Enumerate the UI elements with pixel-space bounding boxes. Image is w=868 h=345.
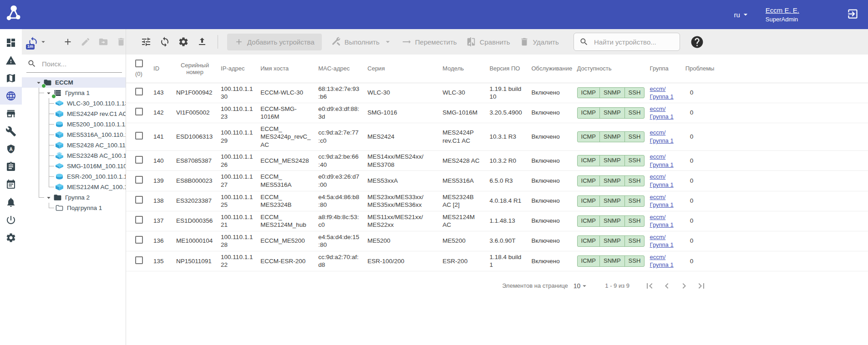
- group-link[interactable]: eccm/Группа 1: [650, 105, 674, 121]
- next-page-button[interactable]: [679, 280, 690, 291]
- cell-mac: a8:f9:4b:8c:53:c0: [315, 211, 364, 231]
- sidebar-item-power[interactable]: [0, 211, 22, 229]
- logout-button[interactable]: [847, 8, 859, 21]
- move-button[interactable]: Переместить: [401, 37, 457, 47]
- sidebar-item-devices[interactable]: [0, 87, 22, 105]
- row-checkbox[interactable]: [135, 256, 143, 264]
- tree-node[interactable]: WLC-30_100.110.1.130: [22, 98, 126, 109]
- row-checkbox[interactable]: [135, 132, 143, 140]
- column-header[interactable]: Модель: [439, 55, 486, 83]
- column-header[interactable]: Проблемы: [682, 55, 709, 83]
- sidebar-item-schedule[interactable]: [0, 175, 22, 193]
- tune-icon: [141, 36, 152, 47]
- group-tree-panel: 1m ECCMГруппа 1WLC-30_100.110.1.130MES24…: [22, 29, 126, 345]
- sidebar-item-alarms[interactable]: [0, 51, 22, 69]
- row-checkbox[interactable]: [135, 108, 143, 115]
- sidebar-item-tasks[interactable]: [0, 158, 22, 175]
- refresh-button[interactable]: [158, 35, 171, 48]
- sidebar-item-dashboard[interactable]: [0, 34, 22, 51]
- table-row[interactable]: 142VI1F005002100.110.1.123ECCM-SMG-1016M…: [126, 103, 868, 123]
- table-settings-button[interactable]: [177, 35, 190, 48]
- column-header[interactable]: ID: [150, 55, 173, 83]
- tree-node[interactable]: Группа 1: [22, 88, 126, 98]
- group-link[interactable]: eccm/Группа 1: [650, 213, 674, 229]
- column-header[interactable]: Версия ПО: [486, 55, 528, 83]
- move-group-button[interactable]: [97, 36, 109, 48]
- group-link[interactable]: eccm/Группа 1: [650, 233, 674, 249]
- table-row[interactable]: 138ES32023387100.110.1.125ECCM_​MES2324B…: [126, 191, 868, 211]
- language-selector[interactable]: ru: [734, 10, 750, 19]
- group-link[interactable]: eccm/Группа 1: [650, 173, 674, 189]
- export-button[interactable]: [196, 35, 208, 48]
- column-header[interactable]: Доступность: [574, 55, 646, 83]
- table-row[interactable]: 140ES87085387100.110.1.126ECCM_​MES2428c…: [126, 151, 868, 171]
- row-checkbox[interactable]: [135, 216, 143, 224]
- availability-badge: ICMP: [578, 155, 600, 166]
- compare-button[interactable]: Сравнить: [466, 37, 510, 47]
- cell-ip: 100.110.1.125: [217, 191, 257, 211]
- tree-node[interactable]: ESR-200_100.110.1.122: [22, 171, 126, 182]
- help-button[interactable]: [690, 35, 704, 49]
- delete-group-button[interactable]: [115, 36, 127, 48]
- items-per-page-select[interactable]: 10: [574, 282, 589, 290]
- group-link[interactable]: eccm/Группа 1: [650, 193, 674, 209]
- group-link[interactable]: eccm/Группа 1: [650, 153, 674, 169]
- add-group-button[interactable]: [62, 36, 74, 48]
- sidebar-item-inventory[interactable]: [0, 105, 22, 122]
- group-link[interactable]: eccm/Группа 1: [650, 253, 674, 269]
- tree-node[interactable]: MES2124M AC_100.110.1: [22, 182, 126, 192]
- previous-page-button[interactable]: [661, 280, 672, 291]
- row-checkbox[interactable]: [135, 236, 143, 244]
- sidebar-item-security[interactable]: A: [0, 140, 22, 158]
- add-devices-button[interactable]: Добавить устройства: [227, 34, 322, 50]
- expand-caret-icon[interactable]: [45, 194, 53, 202]
- last-page-button[interactable]: [696, 280, 707, 291]
- tree-node[interactable]: ECCM: [22, 77, 126, 88]
- plus-icon: [234, 37, 244, 46]
- filter-columns-button[interactable]: [140, 35, 152, 48]
- column-header[interactable]: Имя хоста: [257, 55, 315, 83]
- select-all-checkbox[interactable]: [135, 60, 143, 67]
- row-checkbox[interactable]: [135, 196, 143, 204]
- column-header[interactable]: IP-адрес: [217, 55, 257, 83]
- edit-group-button[interactable]: [80, 36, 91, 48]
- tree-node[interactable]: SMG-1016M_100.110.1.12: [22, 161, 126, 171]
- execute-button[interactable]: Выполнить: [331, 37, 392, 47]
- cell-model: MES2428 AC: [439, 151, 486, 171]
- device-search-input[interactable]: [593, 38, 674, 46]
- sidebar-item-settings[interactable]: [0, 229, 22, 246]
- column-header[interactable]: Группа: [646, 55, 682, 83]
- tree-node[interactable]: Группа 2: [22, 192, 126, 203]
- sidebar-item-notifications[interactable]: [0, 193, 22, 211]
- row-checkbox[interactable]: [135, 176, 143, 184]
- tree-node[interactable]: ME5200_100.110.1.128: [22, 119, 126, 130]
- row-checkbox[interactable]: [135, 88, 143, 95]
- table-row[interactable]: 136ME10000104100.110.1.128ECCM_​ME5200e4…: [126, 231, 868, 251]
- tree-node[interactable]: MES2428 AC_100.110.1.1: [22, 140, 126, 150]
- row-checkbox[interactable]: [135, 156, 143, 164]
- delete-button[interactable]: Удалить: [519, 37, 559, 47]
- column-header[interactable]: MAC-адрес: [315, 55, 364, 83]
- column-header[interactable]: Обслуживание: [528, 55, 573, 83]
- group-link[interactable]: eccm/Группа 1: [650, 85, 674, 101]
- sidebar-item-maintenance[interactable]: [0, 122, 22, 140]
- table-row[interactable]: 143NP1F000942100.110.1.130ECCM-WLC-3068:…: [126, 83, 868, 103]
- tree-node[interactable]: MES2324B AC_100.110.1.: [22, 150, 126, 161]
- tree-node[interactable]: MES2424P rev.C1 AC_100: [22, 109, 126, 119]
- column-header[interactable]: Серийный номер: [173, 55, 217, 83]
- group-link[interactable]: eccm/Группа 1: [650, 129, 674, 145]
- auto-refresh-control[interactable]: 1m: [27, 36, 47, 48]
- tree-node[interactable]: MES5316A_100.110.1.127: [22, 130, 126, 140]
- folder-outline-icon: [55, 204, 64, 212]
- table-row[interactable]: 137ES1D000356100.110.1.121ECCM_​MES2124M…: [126, 211, 868, 231]
- tree-node[interactable]: Подгруппа 1: [22, 203, 126, 213]
- table-row[interactable]: 141ESD1006313100.110.1.129ECCM_​MES2424p…: [126, 123, 868, 151]
- cell-model: WLC-30: [439, 83, 486, 103]
- table-row[interactable]: 139ES8B000023100.110.1.127ECCM_​MES5316A…: [126, 171, 868, 191]
- column-header[interactable]: Серия: [364, 55, 439, 83]
- first-page-button[interactable]: [644, 280, 655, 291]
- tree-search-input[interactable]: [41, 60, 121, 68]
- sidebar-item-maps[interactable]: [0, 69, 22, 87]
- table-row[interactable]: 135NP15011091100.110.1.122ECCM-ESR-200cc…: [126, 251, 868, 271]
- user-name-link[interactable]: Eccm E. E.: [766, 6, 799, 14]
